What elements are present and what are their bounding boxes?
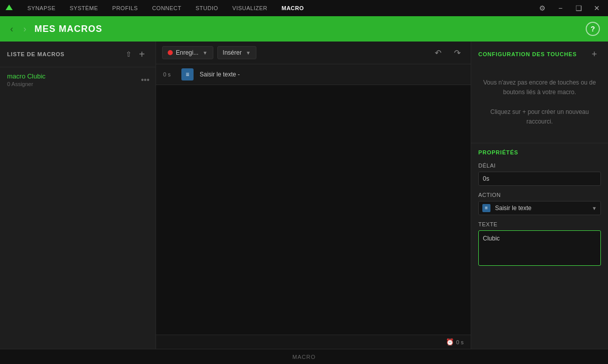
action-icon: ≡ (181, 68, 194, 80)
config-empty-line1: Vous n'avez pas encore de touches ou de … (482, 78, 597, 97)
settings-button[interactable]: ⚙ (535, 1, 549, 15)
macro-name: macro Clubic (7, 72, 148, 80)
record-label: Enregi... (176, 49, 199, 56)
action-select-icon: ≡ (482, 204, 490, 212)
config-add-button[interactable]: + (588, 48, 601, 61)
macro-context-menu-button[interactable]: ••• (141, 75, 149, 85)
timeline-duration: 0 s (456, 339, 464, 345)
action-label[interactable]: Saisir le texte - (200, 71, 240, 78)
tab-synapse[interactable]: SYNAPSE (20, 0, 62, 16)
macro-list-item[interactable]: macro Clubic 0 Assigner ••• (0, 67, 156, 92)
tab-macro[interactable]: MACRO (275, 0, 311, 16)
action-select[interactable]: Saisir le texte (478, 201, 601, 215)
add-macro-button[interactable]: + (135, 48, 148, 61)
page-header: ‹ › MES MACROS ? (0, 16, 608, 42)
tab-systeme[interactable]: SYSTÈME (62, 0, 105, 16)
config-section: CONFIGURATION DES TOUCHES + Vous n'avez … (471, 42, 608, 143)
config-title: CONFIGURATION DES TOUCHES (478, 51, 588, 57)
undo-button[interactable]: ↶ (430, 46, 445, 60)
center-canvas (156, 85, 471, 335)
titlebar-right: ⚙ − ❑ ✕ (535, 1, 604, 15)
insert-label: Insérer (223, 49, 242, 56)
config-empty-line2: Cliquez sur + pour créer un nouveau racc… (482, 107, 597, 127)
tab-visualizer[interactable]: VISUALIZER (225, 0, 275, 16)
macro-list-header: LISTE DE MACROS ⇧ + (0, 42, 156, 67)
titlebar-left: SYNAPSE SYSTÈME PROFILS CONNECT STUDIO V… (4, 0, 311, 16)
titlebar: SYNAPSE SYSTÈME PROFILS CONNECT STUDIO V… (0, 0, 608, 16)
razer-logo (4, 3, 14, 13)
tab-studio[interactable]: STUDIO (188, 0, 225, 16)
right-panel: CONFIGURATION DES TOUCHES + Vous n'avez … (471, 42, 608, 349)
record-button[interactable]: Enregi... ▼ (162, 46, 213, 59)
action-select-wrapper: ≡ Saisir le texte ▼ (478, 201, 601, 215)
macro-sub: 0 Assigner (7, 81, 148, 87)
macro-list-title: LISTE DE MACROS (7, 51, 122, 57)
texte-label: TEXTE (478, 221, 601, 227)
texte-input[interactable]: Clubic (478, 230, 601, 266)
minimize-button[interactable]: − (553, 1, 567, 15)
main-area: LISTE DE MACROS ⇧ + macro Clubic 0 Assig… (0, 42, 608, 349)
props-section: PROPRIÉTÉS DÉLAI ACTION ≡ Saisir le text… (471, 143, 608, 274)
insert-button[interactable]: Insérer ▼ (217, 46, 256, 59)
time-label: 0 s (163, 71, 175, 77)
help-button[interactable]: ? (586, 22, 600, 36)
page-title: MES MACROS (34, 24, 580, 34)
record-dot (168, 50, 173, 55)
tab-connect[interactable]: CONNECT (145, 0, 188, 16)
export-button[interactable]: ⇧ (122, 48, 135, 61)
left-panel: LISTE DE MACROS ⇧ + macro Clubic 0 Assig… (0, 42, 156, 349)
maximize-button[interactable]: ❑ (572, 1, 586, 15)
insert-dropdown-arrow: ▼ (246, 50, 251, 56)
config-empty-message: Vous n'avez pas encore de touches ou de … (478, 68, 601, 137)
record-dropdown-arrow: ▼ (203, 50, 208, 56)
nav-tabs: SYNAPSE SYSTÈME PROFILS CONNECT STUDIO V… (20, 0, 311, 16)
close-button[interactable]: ✕ (590, 1, 604, 15)
props-title: PROPRIÉTÉS (478, 149, 601, 155)
statusbar: MACRO (0, 349, 608, 364)
tab-profils[interactable]: PROFILS (105, 0, 145, 16)
statusbar-label: MACRO (292, 354, 316, 360)
timeline-footer: ⏰ 0 s (156, 335, 471, 349)
delay-input[interactable] (478, 172, 601, 186)
center-panel: Enregi... ▼ Insérer ▼ ↶ ↷ 0 s ≡ Saisir l… (156, 42, 471, 349)
config-header: CONFIGURATION DES TOUCHES + (478, 48, 601, 61)
delay-label: DÉLAI (478, 163, 601, 169)
center-toolbar: Enregi... ▼ Insérer ▼ ↶ ↷ (156, 42, 471, 64)
forward-button[interactable]: › (21, 22, 28, 36)
redo-button[interactable]: ↷ (449, 46, 465, 60)
back-button[interactable]: ‹ (8, 22, 15, 36)
macro-timeline-row: 0 s ≡ Saisir le texte - (156, 64, 471, 85)
action-label: ACTION (478, 192, 601, 198)
clock-icon: ⏰ (446, 338, 454, 346)
